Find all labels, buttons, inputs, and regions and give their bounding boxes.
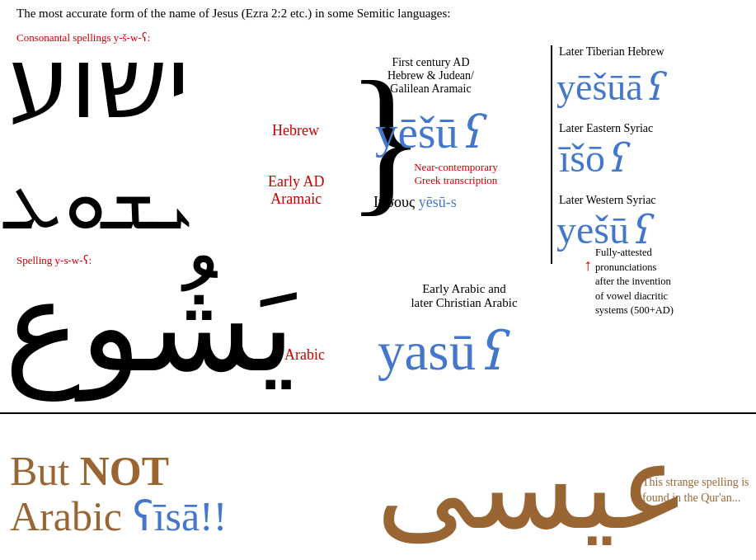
hebrew-label: Hebrew <box>272 122 319 139</box>
vertical-divider <box>551 45 552 264</box>
western-syriac-label: Later Western Syriac <box>559 194 656 207</box>
arabic-label: Arabic <box>284 346 325 364</box>
red-arrow: ↑ <box>584 256 592 275</box>
eastern-syriac-label: Later Eastern Syriac <box>559 122 653 135</box>
aramaic-script: ܝܫܘܥ <box>8 161 192 247</box>
yasu-text: yasūʕ <box>378 320 505 383</box>
horizontal-divider <box>0 412 756 414</box>
hebrew-script: ישוע <box>8 35 190 134</box>
page-title: The most accurate form of the name of Je… <box>16 7 451 21</box>
tiberian-hebrew-label: Later Tiberian Hebrew <box>559 45 664 59</box>
aramaic-label: Early AD Aramaic <box>268 173 324 208</box>
yeshuah-text: yēšūāʕ <box>556 64 663 109</box>
first-century-label: First century ADHebrew & Judean/Galilean… <box>387 56 474 96</box>
isho-text: īšōʕ <box>559 134 627 181</box>
early-arabic-label: Early Arabic andlater Christian Arabic <box>386 282 542 310</box>
this-strange-label: This strange spelling is found in the Qu… <box>642 474 749 506</box>
greek-transcription-label: Near-contemporaryGreek transcription <box>373 161 538 187</box>
arabic-script: يَشُوع <box>4 264 295 392</box>
greek-text: Ιησους yēsū-s <box>373 194 457 211</box>
yeshu-large-text: yēšūʕ <box>375 106 482 158</box>
not-text: NOT <box>80 448 169 494</box>
but-not-text: But NOT Arabic ʕīsā!! <box>10 449 227 539</box>
fully-attested-label: Fully-attestedpronunciationsafter the in… <box>595 246 748 318</box>
isa-text: ʕīsā!! <box>133 493 228 539</box>
